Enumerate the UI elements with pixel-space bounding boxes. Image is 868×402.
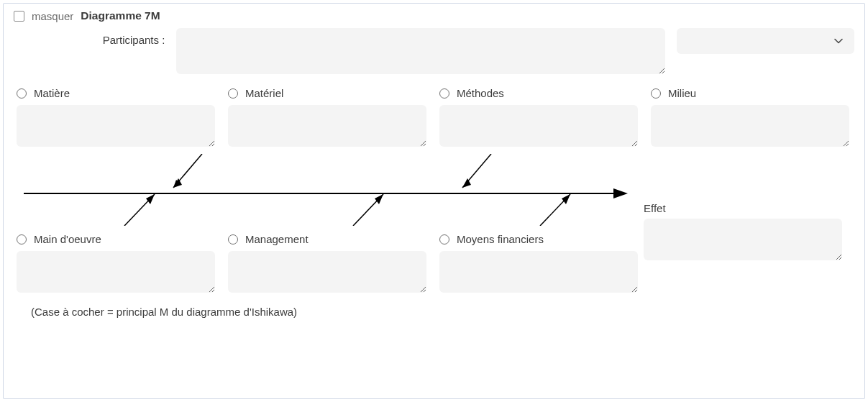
label-main-doeuvre: Main d'oeuvre — [34, 233, 101, 245]
radio-matiere[interactable] — [17, 88, 27, 99]
participants-input[interactable] — [176, 28, 665, 74]
label-effet: Effet — [644, 202, 842, 214]
cause-moyens-financiers: Moyens financiers — [439, 233, 638, 293]
svg-marker-1 — [613, 188, 628, 198]
input-materiel[interactable] — [228, 105, 426, 147]
svg-marker-8 — [146, 194, 155, 204]
label-management: Management — [245, 233, 309, 245]
cause-methodes: Méthodes — [439, 87, 638, 147]
radio-methodes[interactable] — [439, 88, 449, 99]
cause-management: Management — [228, 233, 426, 293]
radio-materiel[interactable] — [228, 88, 238, 99]
radio-management[interactable] — [228, 234, 238, 245]
cause-materiel: Matériel — [228, 87, 426, 147]
label-methodes: Méthodes — [457, 87, 504, 99]
cause-main-doeuvre: Main d'oeuvre — [17, 233, 215, 293]
label-materiel: Matériel — [245, 87, 283, 99]
svg-marker-12 — [562, 194, 570, 204]
input-milieu[interactable] — [651, 105, 849, 147]
hide-label[interactable]: masquer — [32, 10, 73, 22]
participants-row: Participants : — [73, 28, 854, 74]
svg-marker-10 — [375, 194, 383, 204]
footnote: (Case à cocher = principal M du diagramm… — [31, 306, 854, 318]
diagram-7m-panel: masquer Diagramme 7M Participants : Mati… — [3, 3, 865, 399]
cause-matiere: Matière — [17, 87, 215, 147]
label-moyens-financiers: Moyens financiers — [457, 233, 544, 245]
label-milieu: Milieu — [668, 87, 696, 99]
hide-checkbox[interactable] — [14, 11, 24, 22]
input-matiere[interactable] — [17, 105, 215, 147]
input-effet[interactable] — [644, 219, 842, 260]
input-methodes[interactable] — [439, 105, 638, 147]
input-management[interactable] — [228, 251, 426, 293]
panel-title: Diagramme 7M — [81, 9, 160, 22]
radio-milieu[interactable] — [651, 88, 661, 99]
fishbone-diagram — [17, 154, 642, 226]
input-moyens-financiers[interactable] — [439, 251, 638, 293]
panel-header: masquer Diagramme 7M — [14, 9, 854, 22]
cause-milieu: Milieu — [651, 87, 849, 147]
input-main-doeuvre[interactable] — [17, 251, 215, 293]
radio-main-doeuvre[interactable] — [17, 234, 27, 245]
label-matiere: Matière — [34, 87, 70, 99]
effect-block: Effet — [644, 202, 842, 262]
causes-top-row: Matière Matériel Méthodes Milieu — [17, 87, 854, 147]
chevron-down-icon — [833, 35, 844, 47]
participants-label: Participants : — [73, 28, 165, 46]
participants-select[interactable] — [677, 28, 854, 54]
radio-moyens-financiers[interactable] — [439, 234, 449, 245]
